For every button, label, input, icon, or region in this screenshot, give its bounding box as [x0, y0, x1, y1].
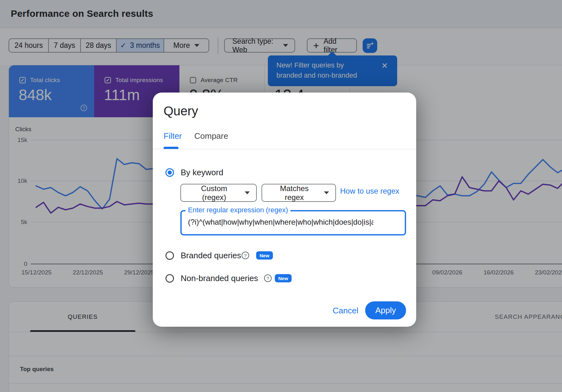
active-tab-underline — [164, 147, 178, 149]
radio-non-branded-queries[interactable] — [165, 274, 174, 283]
help-icon[interactable]: ? — [264, 274, 272, 282]
radio-label-by-keyword: By keyword — [181, 168, 223, 177]
tab-filter[interactable]: Filter — [164, 131, 182, 141]
chevron-down-icon — [245, 191, 250, 194]
radio-label-branded: Branded queries — [181, 251, 241, 260]
operator-dropdown[interactable]: Matches regex — [262, 184, 336, 202]
tab-compare[interactable]: Compare — [194, 131, 228, 141]
regex-input-label: Enter regular expression (regex) — [185, 206, 290, 214]
keyword-field-dropdown[interactable]: Custom (regex) — [180, 184, 257, 202]
new-badge: New — [256, 251, 273, 260]
regex-input-value[interactable]: (?i)^(what|how|why|when|where|who|which|… — [188, 218, 373, 227]
radio-label-non-branded: Non-branded queries — [181, 273, 258, 283]
divider — [153, 149, 416, 149]
query-filter-dialog: Query Filter Compare By keyword Custom (… — [153, 93, 416, 327]
radio-by-keyword[interactable] — [165, 168, 174, 177]
cancel-button[interactable]: Cancel — [328, 303, 363, 318]
help-icon[interactable]: ? — [242, 252, 249, 259]
radio-branded-queries[interactable] — [165, 251, 174, 260]
how-to-use-regex-link[interactable]: How to use regex — [340, 187, 399, 196]
apply-button[interactable]: Apply — [365, 301, 406, 319]
new-badge: New — [275, 274, 292, 282]
dialog-title: Query — [164, 104, 198, 118]
chevron-down-icon — [324, 191, 329, 194]
